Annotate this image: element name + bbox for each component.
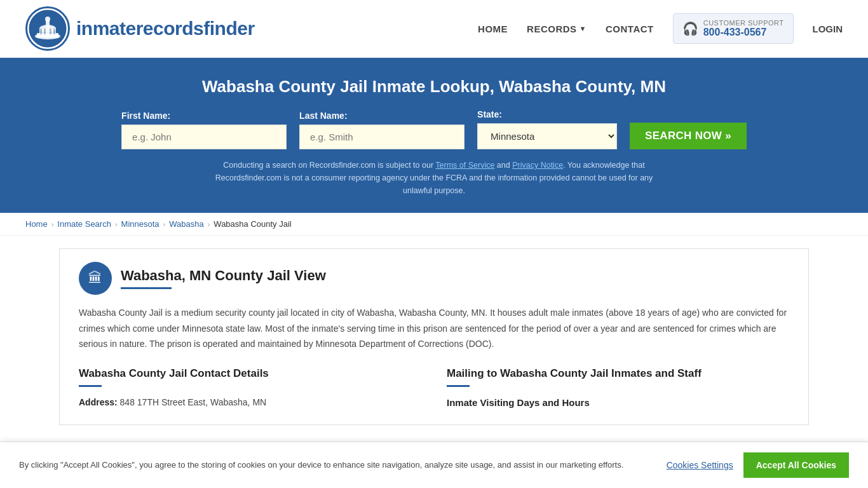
customer-support[interactable]: 🎧 CUSTOMER SUPPORT 800-433-0567	[673, 13, 794, 44]
svg-rect-7	[40, 29, 42, 34]
contact-heading: Wabasha County Jail Contact Details	[79, 367, 421, 380]
svg-rect-10	[53, 29, 55, 34]
privacy-link[interactable]: Privacy Notice	[512, 161, 563, 170]
main-content: 🏛 Wabasha, MN County Jail View Wabasha C…	[59, 248, 809, 425]
accept-cookies-button[interactable]: Accept All Cookies	[743, 452, 849, 478]
two-col-section: Wabasha County Jail Contact Details Addr…	[79, 367, 789, 412]
headset-icon: 🎧	[682, 21, 698, 36]
last-name-label: Last Name:	[299, 111, 347, 121]
nav-contact[interactable]: CONTACT	[606, 24, 654, 34]
mailing-underline	[447, 385, 470, 387]
search-button[interactable]: SEARCH NOW »	[630, 123, 747, 149]
jail-description: Wabasha County Jail is a medium security…	[79, 305, 789, 352]
contact-underline	[79, 385, 102, 387]
first-name-input[interactable]	[121, 125, 287, 149]
svg-rect-8	[44, 29, 46, 34]
state-group: State: Minnesota	[477, 109, 617, 149]
nav-records[interactable]: RECORDS ▼	[527, 24, 587, 34]
breadcrumb-sep-4: ›	[208, 220, 210, 228]
breadcrumb-sep-3: ›	[163, 220, 166, 228]
breadcrumb-current: Wabasha County Jail	[214, 219, 291, 229]
chevron-down-icon: ▼	[580, 25, 587, 32]
cookie-banner: By clicking "Accept All Cookies", you ag…	[0, 442, 868, 488]
logo-icon	[25, 6, 70, 51]
address-line: Address: 848 17TH Street East, Wabasha, …	[79, 397, 421, 407]
hero-disclaimer: Conducting a search on Recordsfinder.com…	[212, 159, 656, 197]
nav-home[interactable]: HOME	[478, 24, 508, 34]
main-nav: HOME RECORDS ▼ CONTACT 🎧 CUSTOMER SUPPOR…	[478, 13, 843, 44]
title-underline	[121, 287, 172, 289]
cookie-actions: Cookies Settings Accept All Cookies	[667, 452, 849, 478]
logo-text: inmaterecordsfinder	[76, 18, 255, 39]
breadcrumb-sep-1: ›	[51, 220, 54, 228]
svg-point-6	[45, 17, 50, 22]
search-form: First Name: Last Name: State: Minnesota …	[25, 109, 843, 149]
mailing-col: Mailing to Wabasha County Jail Inmates a…	[447, 367, 789, 412]
login-button[interactable]: LOGIN	[813, 24, 843, 34]
jail-icon: 🏛	[79, 262, 112, 295]
support-info: CUSTOMER SUPPORT 800-433-0567	[703, 19, 784, 38]
state-label: State:	[477, 109, 502, 119]
terms-link[interactable]: Terms of Service	[435, 161, 494, 170]
last-name-group: Last Name:	[299, 111, 465, 149]
site-header: inmaterecordsfinder HOME RECORDS ▼ CONTA…	[0, 0, 868, 58]
breadcrumb-wabasha[interactable]: Wabasha	[169, 219, 203, 229]
breadcrumb-home[interactable]: Home	[25, 219, 48, 229]
breadcrumb-inmate-search[interactable]: Inmate Search	[57, 219, 111, 229]
state-select[interactable]: Minnesota	[477, 123, 617, 149]
cookie-text: By clicking "Accept All Cookies", you ag…	[19, 459, 654, 471]
svg-rect-9	[50, 29, 51, 34]
section-title-area: Wabasha, MN County Jail View	[121, 268, 326, 289]
visiting-heading: Inmate Visiting Days and Hours	[447, 397, 789, 408]
last-name-input[interactable]	[299, 125, 465, 149]
cookies-settings-button[interactable]: Cookies Settings	[667, 460, 733, 470]
mailing-heading: Mailing to Wabasha County Jail Inmates a…	[447, 367, 789, 380]
section-title: Wabasha, MN County Jail View	[121, 268, 326, 284]
breadcrumb-minnesota[interactable]: Minnesota	[121, 219, 159, 229]
hero-title: Wabasha County Jail Inmate Lookup, Wabas…	[25, 77, 843, 97]
breadcrumb-sep-2: ›	[115, 220, 118, 228]
contact-details-col: Wabasha County Jail Contact Details Addr…	[79, 367, 421, 412]
section-header: 🏛 Wabasha, MN County Jail View	[79, 262, 789, 295]
first-name-group: First Name:	[121, 111, 287, 149]
hero-section: Wabasha County Jail Inmate Lookup, Wabas…	[0, 58, 868, 213]
logo-area: inmaterecordsfinder	[25, 6, 255, 51]
first-name-label: First Name:	[121, 111, 170, 121]
breadcrumb: Home › Inmate Search › Minnesota › Wabas…	[0, 213, 868, 236]
